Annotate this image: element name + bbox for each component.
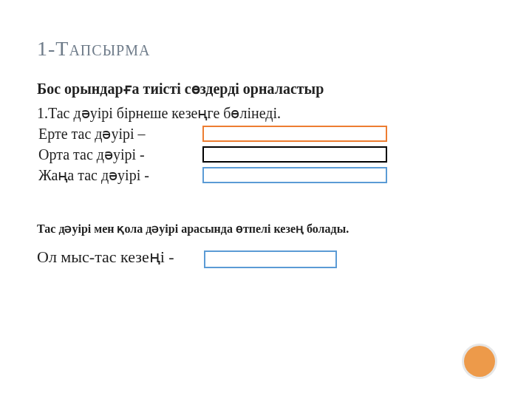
fill-row-new: Жаңа тас дәуірі -	[37, 166, 495, 185]
lead-sentence-row: 1.Тас дәуірі бірнеше кезеңге бөлінеді.	[37, 103, 495, 123]
lead-sentence: 1.Тас дәуірі бірнеше кезеңге бөлінеді.	[37, 104, 281, 122]
row-label: Орта тас дәуірі -	[38, 146, 194, 163]
accent-circle-icon	[464, 346, 495, 377]
instruction-text: Бос орындарға тиісті сөздерді орналастыр	[37, 80, 495, 98]
blank-copper-stone[interactable]	[204, 250, 337, 268]
blank-new-stone[interactable]	[202, 167, 387, 183]
slide: 1-Тапсырма Бос орындарға тиісті сөздерді…	[0, 0, 532, 399]
copper-row: Ол мыс-тас кезеңі -	[37, 248, 495, 268]
blank-early-stone[interactable]	[202, 126, 387, 142]
fill-row-early: Ерте тас дәуірі –	[37, 124, 495, 143]
transition-note: Тас дәуірі мен қола дәуірі арасында өтпе…	[37, 222, 451, 236]
blank-middle-stone[interactable]	[202, 146, 387, 163]
row-label: Ерте тас дәуірі –	[38, 125, 194, 143]
fill-row-middle: Орта тас дәуірі -	[37, 145, 495, 164]
row-label: Жаңа тас дәуірі -	[38, 166, 194, 184]
slide-title: 1-Тапсырма	[37, 37, 495, 61]
copper-label: Ол мыс-тас кезеңі -	[37, 248, 174, 267]
